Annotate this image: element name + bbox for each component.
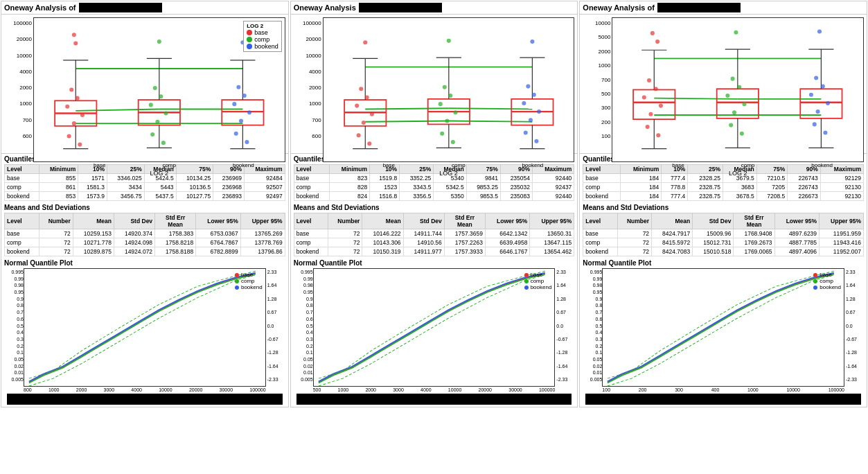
table-row: bookend 853 1573.9 3456.75 5437.5 10127.…: [5, 192, 285, 201]
svg-point-79: [367, 141, 371, 146]
svg-line-53: [365, 121, 449, 122]
panel1-legend: LOG 2 base comp bookend: [243, 21, 282, 52]
svg-point-81: [442, 85, 446, 89]
panel2-nq-right-axis: 2.33 1.64 1.28 0.67 0.0 -0.67 -1.28 -1.6…: [555, 268, 574, 393]
svg-point-33: [153, 86, 157, 90]
panel3-bottom-bar: [585, 394, 861, 405]
panel1-nq-right-axis: 2.33 1.64 1.28 0.67 0.0 -0.67 -1.28 -1.6…: [266, 268, 285, 393]
panel1-y-axis: 100000 20000 10000 4000 2000 1000 700 60…: [4, 17, 33, 150]
panel1-plot: LOG 2 base comp bookend: [33, 17, 285, 162]
table-row: bookend 72 10289.875 14924.072 1758.8188…: [5, 247, 285, 256]
table-row: bookend 824 1516.8 3356.5 5350 9853.5 23…: [294, 192, 574, 201]
svg-point-34: [159, 94, 163, 98]
svg-point-40: [157, 40, 161, 44]
panel3-chart: 10000 5000 2000 1000 700 500 300 200 100: [580, 15, 867, 153]
svg-point-124: [659, 104, 663, 108]
panel1-means: Means and Std Deviations Level Number Me…: [1, 202, 288, 258]
svg-point-90: [531, 93, 535, 97]
svg-point-27: [80, 113, 85, 117]
panel3-x-label: LOG 2: [612, 168, 864, 178]
panel2: Oneway Analysis 100000 20000 10000 4000 …: [290, 1, 578, 407]
panel2-means-table: Level Number Mean Std Dev Std ErrMean Lo…: [294, 213, 575, 256]
svg-point-134: [732, 110, 736, 114]
svg-point-39: [161, 141, 166, 145]
table-row: bookend 72 8424.7083 15010.518 1769.0065…: [583, 247, 864, 256]
panel3-nq-right-axis: 2.33 1.64 1.28 0.67 0.0 -0.67 -1.28 -1.6…: [844, 268, 864, 393]
svg-line-51: [365, 108, 449, 109]
panel1-title: Oneway Analysis of: [1, 1, 288, 15]
charts-row: Oneway Analysis of 100000 20000 10000 40…: [0, 0, 868, 408]
panel1-title-bar: [79, 3, 162, 12]
panel3-title: Oneway Analysis of: [580, 1, 867, 15]
svg-point-42: [242, 94, 247, 98]
svg-point-76: [370, 112, 374, 116]
panel3-means: Means and Std Deviations Level Number Me…: [580, 202, 867, 258]
panel2-nq: Normal Quantile Plot 0.995 0.99 0.98 0.9…: [291, 258, 578, 407]
svg-point-132: [726, 94, 730, 98]
svg-point-140: [809, 93, 813, 97]
svg-point-145: [817, 29, 822, 33]
panel1-nq-chart: 0.995 0.99 0.98 0.95 0.9 0.8 0.7 0.6 0.5…: [4, 268, 285, 393]
svg-point-136: [740, 132, 744, 136]
svg-point-29: [67, 134, 71, 138]
svg-point-94: [523, 131, 527, 135]
panel3-nq-legend: base comp bookend: [813, 272, 841, 290]
svg-point-47: [245, 140, 249, 144]
svg-point-86: [440, 132, 444, 136]
panel2-bottom-bar: [296, 394, 572, 405]
svg-point-143: [813, 122, 817, 126]
panel1-chart: 100000 20000 10000 4000 2000 1000 700 60…: [1, 15, 288, 153]
svg-point-133: [743, 102, 747, 106]
panel2-title: Oneway Analysis: [291, 1, 578, 15]
svg-point-129: [655, 40, 659, 44]
svg-point-26: [65, 105, 69, 109]
svg-point-123: [642, 95, 646, 99]
svg-point-84: [453, 110, 457, 114]
svg-point-88: [446, 39, 450, 43]
panel3-x-ticks: base comp bookend: [612, 162, 864, 168]
svg-point-74: [364, 95, 369, 99]
svg-point-35: [149, 103, 153, 107]
panel3-title-bar: [657, 3, 741, 12]
table-row: comp 184 778.8 2328.75 3683 7205 226743 …: [583, 183, 864, 192]
svg-point-87: [451, 140, 455, 144]
svg-point-73: [359, 87, 363, 91]
svg-point-41: [236, 85, 240, 89]
svg-point-44: [247, 110, 251, 114]
table-row: comp 861 1581.3 3434 5443 10136.5 236968…: [5, 183, 285, 192]
svg-point-142: [816, 109, 820, 114]
svg-line-52: [449, 108, 533, 109]
svg-point-96: [530, 40, 534, 44]
panel2-chart: 100000 20000 10000 4000 2000 1000 700 60…: [291, 15, 578, 153]
svg-point-24: [69, 87, 73, 91]
panel1-x-ticks: base comp bookend: [33, 162, 285, 168]
svg-point-83: [438, 102, 442, 106]
table-row: comp 828 1523 3343.5 5342.5 9853.25 2350…: [294, 183, 574, 192]
svg-point-138: [814, 76, 818, 80]
table-row: base 72 10259.153 14920.374 1758.383 675…: [5, 229, 285, 238]
svg-point-122: [654, 87, 658, 91]
svg-point-31: [73, 41, 78, 45]
panel2-means: Means and Std Deviations Level Number Me…: [291, 202, 578, 258]
panel1-nq-x-ticks: 800 1000 2000 3000 4000 10000 20000 3000…: [24, 387, 266, 393]
table-row: comp 72 10143.306 14910.56 1757.2263 663…: [294, 238, 574, 247]
panel1-nq-y-axis: 0.995 0.99 0.98 0.95 0.9 0.8 0.7 0.6 0.5…: [4, 268, 24, 393]
svg-point-78: [356, 133, 360, 137]
svg-point-80: [363, 40, 367, 44]
main-container: Oneway Analysis of 100000 20000 10000 40…: [0, 0, 868, 408]
table-row: comp 72 8415.5972 15012.731 1769.2673 48…: [583, 238, 864, 247]
panel2-nq-x-ticks: 500 1000 2000 3000 4000 10000 20000 3000…: [313, 387, 556, 393]
panel1: Oneway Analysis of 100000 20000 10000 40…: [1, 1, 289, 407]
svg-point-77: [362, 121, 366, 125]
svg-point-125: [649, 112, 653, 116]
svg-line-2: [76, 109, 159, 110]
svg-point-127: [657, 133, 661, 137]
svg-point-28: [72, 121, 76, 125]
panel2-nq-chart: 0.995 0.99 0.98 0.95 0.9 0.8 0.7 0.6 0.5…: [294, 268, 575, 393]
svg-rect-115: [801, 89, 842, 119]
panel3-plot: [612, 17, 864, 162]
panel3-nq-chart: 0.995 0.99 0.98 0.95 0.9 0.8 0.7 0.6 0.5…: [583, 268, 864, 393]
svg-point-30: [78, 143, 82, 147]
svg-point-89: [526, 85, 530, 89]
svg-point-45: [239, 119, 243, 123]
